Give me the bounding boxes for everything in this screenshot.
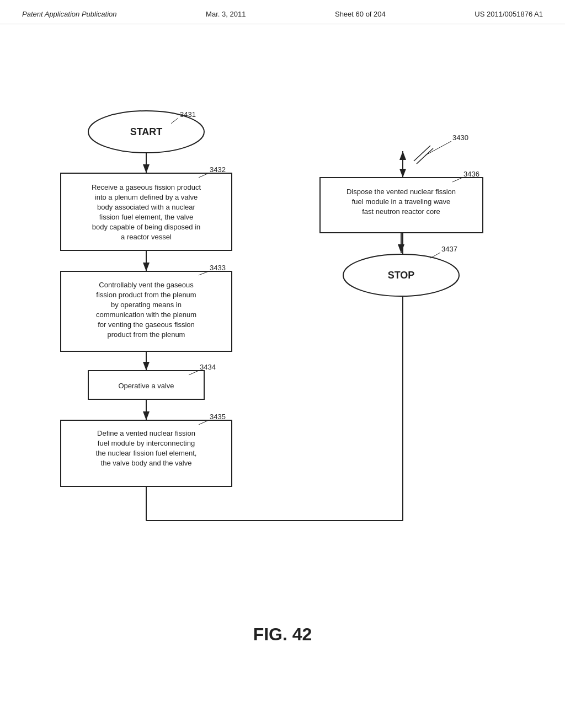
svg-text:Define a vented nuclear fissio: Define a vented nuclear fission	[97, 429, 195, 437]
svg-text:3434: 3434	[200, 363, 216, 371]
svg-text:Receive a gaseous fission prod: Receive a gaseous fission product	[92, 183, 201, 191]
svg-text:3437: 3437	[441, 245, 457, 253]
header-publication-type: Patent Application Publication	[22, 10, 117, 18]
svg-text:3430: 3430	[452, 133, 468, 142]
svg-text:START: START	[130, 126, 163, 137]
svg-text:3431: 3431	[180, 110, 196, 119]
svg-text:for venting the gaseous fissio: for venting the gaseous fission	[98, 320, 195, 329]
svg-text:the nuclear fission fuel eleme: the nuclear fission fuel element,	[96, 449, 197, 457]
svg-text:Dispose the vented nuclear fis: Dispose the vented nuclear fission	[347, 188, 456, 196]
svg-text:a reactor vessel: a reactor vessel	[121, 233, 172, 241]
svg-text:product from the plenum: product from the plenum	[108, 330, 185, 339]
svg-text:3436: 3436	[463, 170, 479, 178]
header-date: Mar. 3, 2011	[206, 10, 246, 18]
svg-text:fuel module by interconnecting: fuel module by interconnecting	[98, 439, 195, 447]
svg-text:body associated with a nuclear: body associated with a nuclear	[97, 203, 195, 211]
svg-text:fission product from the plenu: fission product from the plenum	[96, 291, 196, 299]
svg-text:fuel module in a traveling wav: fuel module in a traveling wave	[352, 197, 451, 206]
svg-text:into a plenum defined by a val: into a plenum defined by a valve	[95, 193, 198, 201]
figure-label: FIG. 42	[253, 624, 312, 645]
svg-text:fast neutron reactor core: fast neutron reactor core	[362, 207, 440, 216]
svg-text:Operative a valve: Operative a valve	[118, 382, 174, 390]
header-patent-number: US 2011/0051876 A1	[475, 10, 543, 18]
svg-text:Controllably vent the gaseous: Controllably vent the gaseous	[99, 281, 194, 289]
svg-text:communication with the plenum: communication with the plenum	[96, 311, 196, 319]
svg-line-42	[425, 141, 451, 156]
page-header: Patent Application Publication Mar. 3, 2…	[0, 0, 565, 24]
svg-text:3433: 3433	[210, 264, 226, 272]
svg-line-56	[430, 253, 440, 258]
header-sheet: Sheet 60 of 204	[335, 10, 386, 18]
svg-text:body capable of being disposed: body capable of being disposed in	[92, 223, 201, 231]
flowchart-svg: START 3431 Receive a gaseous fission pro…	[0, 24, 565, 647]
svg-text:STOP: STOP	[388, 270, 415, 281]
diagram-area: START 3431 Receive a gaseous fission pro…	[0, 24, 565, 675]
svg-text:by operating means in: by operating means in	[111, 301, 182, 309]
svg-text:fission fuel element, the valv: fission fuel element, the valve	[99, 213, 194, 221]
svg-text:3435: 3435	[210, 413, 226, 421]
svg-text:3432: 3432	[210, 165, 226, 174]
svg-text:the valve body and the valve: the valve body and the valve	[101, 459, 192, 467]
